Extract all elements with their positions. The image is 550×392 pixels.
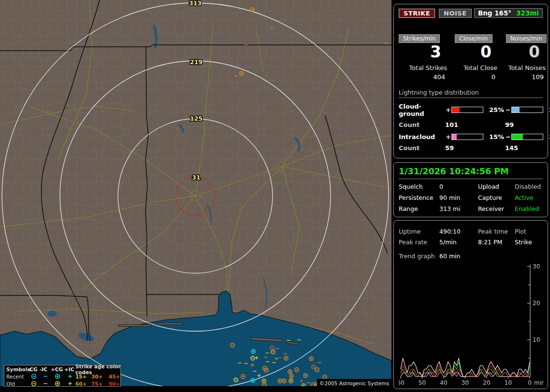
age-15: 15+ — [75, 374, 91, 379]
uptime-value: 490:10 — [439, 228, 478, 235]
plus-sign: + — [445, 133, 451, 140]
recent-cg-minus-icon — [28, 373, 40, 379]
cg-positive-bar — [451, 107, 483, 113]
map-canvas[interactable]: 313 219 125 31 — [0, 0, 391, 386]
noises-per-min-button[interactable]: Noises/min — [506, 34, 547, 43]
persistence-label: Persistence — [399, 194, 439, 201]
count-label: Count — [399, 144, 445, 152]
svg-text:60: 60 — [399, 379, 405, 386]
peak-time-value: 8:21 PM — [478, 238, 515, 246]
cloud-ground-count-row: Count 101 99 — [399, 121, 543, 128]
bearing-label: Bng 165° — [478, 9, 511, 17]
map-legend: Symbols -CG -IC +CG +IC Strike age color… — [4, 365, 121, 387]
recent-cg-plus-icon — [51, 373, 64, 379]
age-30: 30+ — [91, 374, 109, 379]
distribution-title: Lightning type distribution — [399, 89, 543, 98]
intracloud-count-row: Count 59 145 — [399, 144, 543, 152]
cg-negative-pct: 25% — [543, 106, 550, 113]
total-noises-label: Total Noises — [499, 64, 547, 71]
legend-old-label: Old — [6, 381, 28, 387]
copyright: ©2005 Astrogenic Systems — [317, 379, 391, 387]
svg-text:10: 10 — [533, 336, 540, 343]
age-60: 60+ — [75, 381, 91, 387]
ring-label-219: 219 — [190, 58, 203, 66]
cloud-ground-row: Cloud-ground + 25% − 25% — [399, 103, 543, 117]
legend-col-nic: -IC — [40, 366, 51, 372]
cg-positive-pct: 25% — [483, 106, 505, 113]
close-per-min-button[interactable]: Close/min — [455, 34, 492, 43]
settings-row: Persistence 90 min Capture Active — [399, 194, 543, 201]
noise-tab-button[interactable]: NOISE — [439, 9, 472, 18]
old-ic-minus-icon — [40, 380, 51, 387]
squelch-value: 0 — [439, 183, 478, 190]
total-close-value: 0 — [449, 73, 498, 81]
receiver-label: Receiver — [478, 205, 515, 212]
old-ic-plus-icon — [64, 380, 75, 387]
svg-text:30: 30 — [462, 379, 469, 386]
peak-rate-row: Peak rate 5/min 8:21 PM Strike — [399, 238, 543, 246]
legend-recent-label: Recent — [6, 374, 28, 379]
peak-rate-value: 5/min — [439, 238, 478, 246]
uptime-row: Uptime 490:10 Peak time Plot — [399, 228, 543, 235]
old-cg-plus-icon — [51, 380, 64, 387]
capture-status: Active — [515, 194, 543, 201]
svg-text:0: 0 — [528, 379, 532, 386]
lightning-map[interactable]: 313 219 125 31 Symbols -CG -IC +CG +IC S… — [0, 0, 391, 386]
legend-col-pic: +IC — [64, 366, 75, 372]
uptime-label: Uptime — [399, 228, 439, 235]
minus-sign: − — [505, 106, 511, 113]
svg-text:20: 20 — [533, 300, 540, 307]
recent-ic-plus-icon — [64, 373, 75, 379]
cg-negative-count: 99 — [505, 121, 543, 128]
ic-positive-pct: 15% — [483, 133, 505, 140]
range-value: 313 mi — [439, 205, 478, 212]
total-strikes-label: Total Strikes — [399, 64, 448, 71]
strikes-per-min-value: 3 — [399, 43, 448, 61]
receiver-status: Enabled — [515, 205, 543, 212]
trend-graph-label: Trend graph — [399, 252, 439, 260]
old-cg-minus-icon — [28, 380, 40, 387]
ic-negative-pct: 36% — [543, 133, 550, 140]
close-per-min-value: 0 — [449, 43, 498, 61]
ring-label-125: 125 — [190, 115, 203, 122]
peak-rate-label: Peak rate — [399, 238, 439, 246]
status-panel: STRIKE NOISE Bng 165° 323mi Strikes/min … — [392, 0, 550, 392]
legend-symbols-title: Symbols — [6, 366, 28, 372]
total-close-label: Total Close — [449, 64, 498, 71]
ic-positive-bar — [451, 134, 483, 140]
strikes-per-min-button[interactable]: Strikes/min — [399, 34, 440, 43]
ic-negative-count: 145 — [505, 144, 543, 152]
ring-label-313: 313 — [189, 0, 202, 7]
strike-stats-box: STRIKE NOISE Bng 165° 323mi Strikes/min … — [393, 4, 548, 158]
peak-time-label: Peak time — [478, 228, 515, 235]
intracloud-row: Intracloud + 15% − 36% — [399, 133, 543, 140]
minus-sign: − — [505, 133, 511, 140]
total-noises-value: 109 — [499, 73, 547, 81]
squelch-label: Squelch — [399, 183, 439, 190]
trend-graph-row: Trend graph 60 min — [399, 252, 543, 260]
legend-col-ncg: -CG — [28, 366, 40, 372]
bearing-distance: 323mi — [516, 9, 539, 17]
capture-label: Capture — [478, 194, 515, 201]
recent-ic-minus-icon — [40, 373, 51, 379]
strike-tab-button[interactable]: STRIKE — [399, 9, 435, 18]
trend-box: Uptime 490:10 Peak time Plot Peak rate 5… — [393, 220, 548, 389]
ic-positive-count: 59 — [445, 144, 505, 152]
bearing-display[interactable]: Bng 165° 323mi — [474, 8, 543, 18]
svg-text:30: 30 — [533, 263, 540, 270]
trend-graph: 1020306050403020100min — [399, 261, 544, 387]
age-45: 45+ — [109, 374, 125, 379]
trend-graph-window: 60 min — [439, 252, 543, 260]
cg-negative-bar — [511, 107, 543, 113]
settings-row: Squelch 0 Upload Disabled — [399, 183, 543, 190]
svg-text:40: 40 — [440, 379, 447, 386]
settings-box: 1/31/2026 10:24:56 PM Squelch 0 Upload D… — [393, 162, 548, 217]
range-label: Range — [399, 205, 439, 212]
count-label: Count — [399, 121, 445, 128]
datetime-display: 1/31/2026 10:24:56 PM — [399, 167, 543, 179]
legend-col-pcg: +CG — [51, 366, 64, 372]
plus-sign: + — [445, 106, 451, 113]
intracloud-label: Intracloud — [399, 133, 445, 140]
cloud-ground-label: Cloud-ground — [399, 103, 445, 117]
ring-label-31: 31 — [192, 174, 200, 181]
